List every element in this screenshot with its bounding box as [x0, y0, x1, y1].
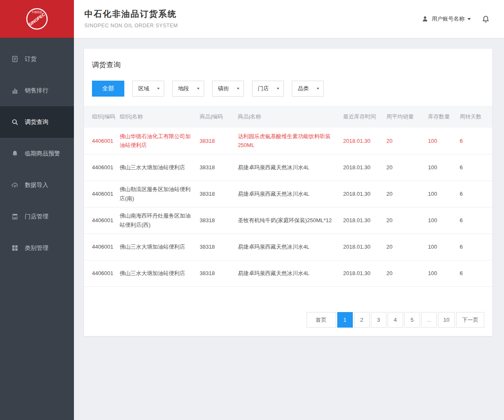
pagination-first-button[interactable]: 首页 — [307, 312, 336, 328]
search-icon — [11, 118, 18, 126]
sidebar-item-order[interactable]: 订货 — [0, 43, 74, 75]
table-cell: 佛山华德石油化工有限公司加油站便利店 — [120, 128, 200, 154]
table-cell: 38318 — [200, 207, 238, 234]
column-header: 商品|编码 — [200, 106, 238, 128]
table-cell: 100 — [428, 181, 459, 207]
table-row[interactable]: 4406001佛山勒流区服务区加油站便利店(南)38318易捷卓玛泉西藏天然冰川… — [84, 181, 492, 207]
notification-bell-icon[interactable] — [482, 15, 490, 23]
table-cell: 佛山三水大塘加油站便利店 — [120, 260, 200, 286]
table-cell: 20 — [386, 234, 428, 260]
sidebar-item-category-management[interactable]: 类别管理 — [0, 232, 74, 264]
sidebar-item-data-import[interactable]: 数据导入 — [0, 169, 74, 201]
table-cell: 38318 — [200, 154, 238, 181]
table-cell: 2018.01.30 — [343, 234, 386, 260]
table-cell: 6 — [459, 260, 492, 286]
column-header: 周平均销量 — [386, 106, 428, 128]
filter-dropdown-2[interactable]: 镇街 — [212, 81, 244, 97]
dropdown-selected-label: 区域 — [138, 85, 149, 92]
table-cell: 易捷卓玛泉西藏天然冰川水4L — [238, 154, 343, 181]
dropdown-selected-label: 品类 — [298, 85, 309, 92]
pagination: 首页12345...10下一页 — [307, 312, 484, 328]
table-cell: 6 — [459, 154, 492, 181]
order-icon — [11, 55, 18, 63]
table-cell: 6 — [459, 207, 492, 234]
table-cell: 20 — [386, 128, 428, 154]
dropdown-selected-label: 镇街 — [218, 85, 229, 92]
table-cell: 4406001 — [84, 234, 120, 260]
table-header-row: 组织|编码组织|名称商品|编码商品|名称最近库存时间周平均销量库存数量周转天数 — [84, 106, 492, 128]
table-cell: 4406001 — [84, 260, 120, 286]
filter-dropdown-4[interactable]: 品类 — [292, 81, 324, 97]
table-cell: 100 — [428, 234, 459, 260]
table-cell: 20 — [386, 181, 428, 207]
table-cell: 20 — [386, 207, 428, 234]
table-row[interactable]: 4406001佛山华德石油化工有限公司加油站便利店38318达利园乐虎氨基酸维生… — [84, 128, 492, 154]
table-row[interactable]: 4406001佛山三水大塘加油站便利店38318易捷卓玛泉西藏天然冰川水4L20… — [84, 154, 492, 181]
sidebar-item-transfer-query[interactable]: 调货查询 — [0, 106, 74, 138]
table-cell: 佛山勒流区服务区加油站便利店(南) — [120, 181, 200, 207]
filter-bar: 全部 区域地段镇街门店品类 — [92, 81, 492, 97]
chevron-down-icon — [237, 88, 239, 89]
pagination-next-button[interactable]: 下一页 — [456, 312, 484, 328]
table-cell: 易捷卓玛泉西藏天然冰川水4L — [238, 234, 343, 260]
pagination-page-5[interactable]: 5 — [404, 312, 420, 328]
pagination-ellipsis: ... — [421, 312, 437, 328]
filter-dropdowns: 区域地段镇街门店品类 — [132, 81, 324, 97]
table-cell: 易捷卓玛泉西藏天然冰川水4L — [238, 260, 343, 286]
column-header: 最近库存时间 — [343, 106, 386, 128]
sidebar-item-label: 临期商品预警 — [25, 150, 60, 158]
table-row[interactable]: 4406001佛山南海西环丹灶服务区加油站便利店(西)38318圣牧有机纯牛奶(… — [84, 207, 492, 234]
pagination-page-1[interactable]: 1 — [337, 312, 353, 328]
column-header: 库存数量 — [428, 106, 459, 128]
table-cell: 20 — [386, 154, 428, 181]
sidebar-menu: 订货销售排行调货查询临期商品预警数据导入门店管理类别管理 — [0, 38, 74, 420]
column-header: 周转天数 — [459, 106, 492, 128]
pagination-page-2[interactable]: 2 — [354, 312, 370, 328]
pagination-page-4[interactable]: 4 — [388, 312, 403, 328]
table-row[interactable]: 4406001佛山三水大塘加油站便利店38318易捷卓玛泉西藏天然冰川水4L20… — [84, 234, 492, 260]
page-title: 调货查询 — [84, 49, 492, 70]
user-account-menu[interactable]: 用户账号名称 — [432, 15, 465, 23]
table-cell: 100 — [428, 260, 459, 286]
sidebar-item-label: 类别管理 — [25, 244, 48, 252]
column-header: 组织|名称 — [120, 106, 200, 128]
table-cell: 2018.01.30 — [343, 181, 386, 207]
table-cell: 6 — [459, 128, 492, 154]
table-cell: 100 — [428, 154, 459, 181]
sidebar-item-store-management[interactable]: 门店管理 — [0, 201, 74, 232]
table-cell: 佛山南海西环丹灶服务区加油站便利店(西) — [120, 207, 200, 234]
sidebar-item-expiry-alert[interactable]: 临期商品预警 — [0, 138, 74, 169]
filter-dropdown-3[interactable]: 门店 — [252, 81, 284, 97]
chevron-down-icon — [197, 88, 200, 89]
filter-dropdown-0[interactable]: 区域 — [132, 81, 164, 97]
cloud-upload-icon — [11, 181, 18, 189]
sinopec-logo: 中国石化 SINOPEC — [0, 0, 74, 38]
table-cell: 6 — [459, 181, 492, 207]
table-cell: 达利园乐虎氨基酸维生素功能饮料听装250ML — [238, 128, 343, 154]
table-cell: 2018.01.30 — [343, 260, 386, 286]
chevron-down-icon — [157, 88, 160, 89]
sidebar-item-label: 调货查询 — [25, 118, 48, 126]
sidebar-item-label: 订货 — [25, 55, 37, 63]
pagination-page-10[interactable]: 10 — [438, 312, 455, 328]
column-header: 组织|编码 — [84, 106, 120, 128]
filter-dropdown-1[interactable]: 地段 — [172, 81, 204, 97]
column-header: 商品|名称 — [238, 106, 343, 128]
app-title-block: 中石化非油品订货系统 SINOPEC NON OIL ORDER SYSTEM — [84, 8, 178, 29]
table-cell: 38318 — [200, 234, 238, 260]
filter-all-button[interactable]: 全部 — [92, 81, 124, 97]
sidebar-item-sales-ranking[interactable]: 销售排行 — [0, 75, 74, 106]
main-content: 调货查询 全部 区域地段镇街门店品类 组织|编码组织|名称商品|编码商品|名称最… — [74, 38, 504, 420]
header-actions: 用户账号名称 — [422, 0, 490, 38]
chevron-down-icon[interactable] — [467, 18, 471, 20]
sidebar-item-label: 销售排行 — [25, 87, 48, 94]
app-title: 中石化非油品订货系统 — [84, 8, 178, 20]
alert-bell-icon — [11, 150, 18, 157]
table-row[interactable]: 4406001佛山三水大塘加油站便利店38318易捷卓玛泉西藏天然冰川水4L20… — [84, 260, 492, 286]
svg-text:SINOPEC: SINOPEC — [28, 12, 46, 27]
pagination-page-3[interactable]: 3 — [371, 312, 386, 328]
grid-icon — [11, 244, 18, 252]
table-cell: 38318 — [200, 128, 238, 154]
sinopec-logo-icon: 中国石化 SINOPEC — [25, 7, 49, 31]
table-cell: 佛山三水大塘加油站便利店 — [120, 234, 200, 260]
